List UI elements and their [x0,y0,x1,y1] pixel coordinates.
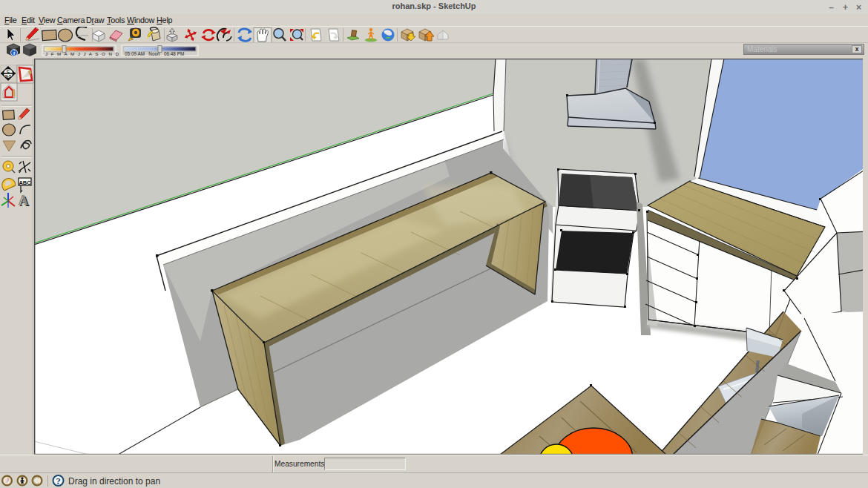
svg-text:05:09 AM Noon 06:48 PM: 05:09 AM Noon 06:48 PM [125,51,184,56]
svg-text:C: C [7,69,10,73]
svg-text:J F M A M J J A S O N D: J F M A M J J A S O N D [45,51,119,56]
svg-text:A: A [18,192,28,208]
svg-text:ABC: ABC [19,179,31,186]
svg-text:?: ? [56,476,60,487]
svg-text:N-S: N-S [5,75,12,79]
